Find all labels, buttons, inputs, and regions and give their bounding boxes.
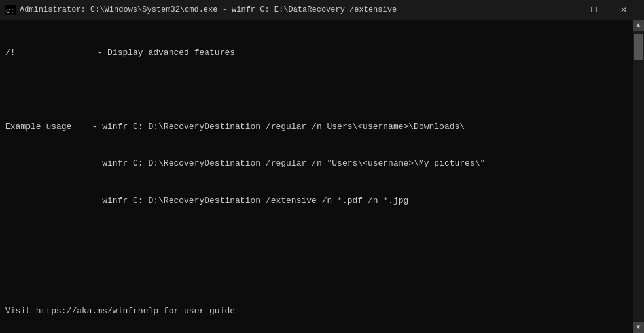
line-blank-3 (5, 269, 639, 281)
svg-text:C:: C: (6, 7, 14, 15)
scrollbar[interactable]: ▲ ▼ (633, 20, 644, 333)
terminal-content: /! - Display advanced features Example u… (5, 22, 639, 333)
maximize-button[interactable]: ☐ (579, 0, 609, 20)
terminal-body: /! - Display advanced features Example u… (0, 20, 644, 333)
cmd-icon: C: (5, 5, 16, 15)
window-controls: — ☐ ✕ (548, 0, 639, 20)
line-example-3: winfr C: D:\RecoveryDestination /extensi… (5, 195, 639, 207)
title-bar-left: C: Administrator: C:\Windows\System32\cm… (5, 5, 397, 16)
window-title: Administrator: C:\Windows\System32\cmd.e… (20, 5, 397, 16)
scroll-down-arrow[interactable]: ▼ (633, 322, 644, 333)
line-1: /! - Display advanced features (5, 47, 639, 60)
line-visit: Visit https://aka.ms/winfrhelp for user … (5, 306, 639, 318)
line-blank-2 (5, 232, 639, 244)
scrollbar-track[interactable] (633, 31, 644, 322)
line-example-2: winfr C: D:\RecoveryDestination /regular… (5, 158, 639, 170)
minimize-button[interactable]: — (548, 0, 579, 20)
line-blank-1 (5, 84, 639, 96)
line-example: Example usage - winfr C: D:\RecoveryDest… (5, 121, 639, 133)
close-button[interactable]: ✕ (609, 0, 639, 20)
title-bar: C: Administrator: C:\Windows\System32\cm… (0, 0, 644, 20)
scrollbar-thumb[interactable] (634, 34, 643, 60)
scroll-up-arrow[interactable]: ▲ (633, 20, 644, 31)
